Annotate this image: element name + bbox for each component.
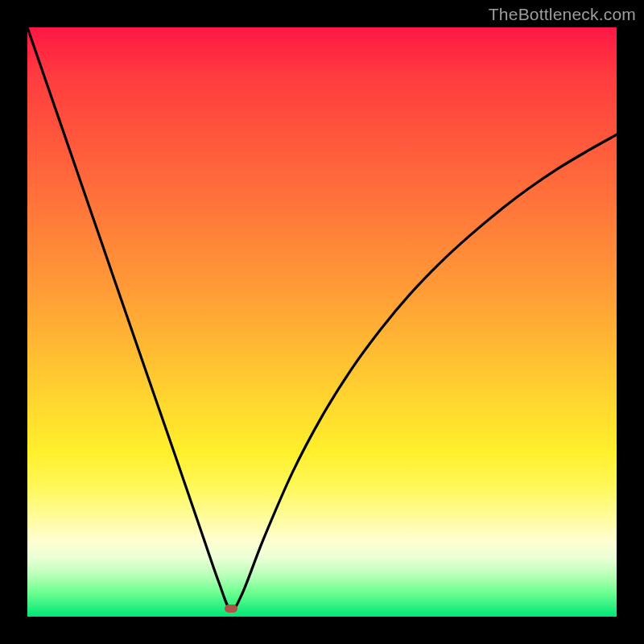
minimum-marker bbox=[225, 605, 237, 613]
plot-area bbox=[27, 27, 617, 617]
chart-frame: TheBottleneck.com bbox=[0, 0, 644, 644]
watermark-text: TheBottleneck.com bbox=[489, 5, 636, 24]
curve-svg bbox=[27, 27, 617, 617]
bottleneck-curve-path bbox=[27, 27, 617, 610]
